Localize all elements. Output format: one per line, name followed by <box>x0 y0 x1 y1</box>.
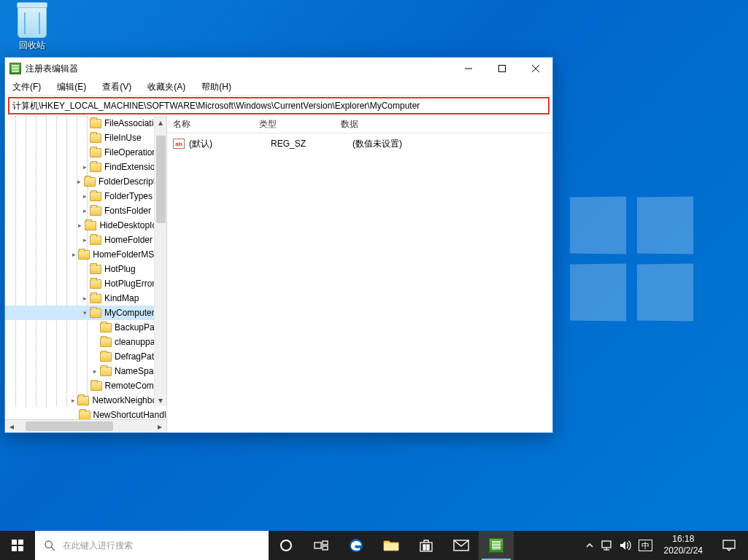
expander-icon[interactable]: ▸ <box>75 222 85 229</box>
folder-icon <box>90 236 101 245</box>
taskbar-mail[interactable] <box>444 531 479 560</box>
taskbar-search[interactable]: 在此键入进行搜索 <box>35 531 269 560</box>
folder-icon <box>90 308 101 318</box>
col-header-data[interactable]: 数据 <box>341 118 552 131</box>
scroll-thumb-vertical[interactable] <box>156 136 166 223</box>
registry-tree[interactable]: FileAssociationFileInUseFileOperation▸Fi… <box>5 116 166 419</box>
tray-ime[interactable]: 中 <box>639 540 652 551</box>
regedit-app-icon <box>9 63 21 74</box>
tree-item[interactable]: ▸FindExtensions <box>5 160 166 174</box>
tree-item[interactable]: FileInUse <box>5 131 166 145</box>
menu-view[interactable]: 查看(V) <box>99 79 134 95</box>
tree-item-label: DefragPath <box>115 351 159 362</box>
menu-edit[interactable]: 编辑(E) <box>54 79 89 95</box>
tree-item[interactable]: ▸FolderTypes <box>5 189 166 203</box>
tree-horizontal-scrollbar[interactable]: ◂ ▸ <box>5 419 166 432</box>
tree-item[interactable]: ▾MyComputer <box>5 306 166 320</box>
scroll-down-icon[interactable]: ▾ <box>155 394 167 406</box>
tree-item[interactable]: ▸HomeFolder <box>5 233 166 247</box>
expander-icon[interactable]: ▸ <box>80 295 90 302</box>
folder-icon <box>85 221 96 230</box>
scroll-up-icon[interactable]: ▴ <box>155 116 167 128</box>
folder-icon <box>90 148 101 158</box>
tray-volume[interactable] <box>620 540 631 551</box>
value-type: REG_SZ <box>271 139 352 149</box>
close-button[interactable] <box>519 58 552 79</box>
svg-rect-22 <box>602 541 611 548</box>
expander-icon[interactable]: ▸ <box>80 208 90 214</box>
list-header[interactable]: 名称 类型 数据 <box>167 116 552 133</box>
expander-icon[interactable]: ▸ <box>80 237 90 244</box>
clock-date: 2020/2/24 <box>664 545 703 557</box>
value-name: (默认) <box>189 138 271 150</box>
tree-item[interactable]: NewShortcutHandlers <box>5 408 166 419</box>
store-icon <box>419 538 433 553</box>
tree-item[interactable]: ▸FontsFolder <box>5 203 166 218</box>
folder-icon <box>90 279 101 289</box>
maximize-button[interactable] <box>485 58 519 79</box>
taskbar-file-explorer[interactable] <box>374 531 409 560</box>
svg-rect-20 <box>427 548 429 550</box>
expander-icon[interactable]: ▸ <box>74 179 84 185</box>
tree-item[interactable]: ▸KindMap <box>5 291 166 306</box>
col-header-name[interactable]: 名称 <box>173 118 259 131</box>
start-button[interactable] <box>0 531 35 560</box>
tree-item[interactable]: RemoteComputer <box>5 378 166 393</box>
scroll-right-icon[interactable]: ▸ <box>153 420 166 432</box>
string-value-icon: ab <box>173 139 185 149</box>
scroll-thumb-horizontal[interactable] <box>26 421 113 431</box>
taskbar-edge[interactable] <box>339 531 374 560</box>
tree-item-label: HotPlugErrors <box>104 279 159 289</box>
desktop-recycle-bin[interactable]: 回收站 <box>10 6 54 52</box>
tree-item[interactable]: cleanuppath <box>5 335 166 349</box>
taskbar-microsoft-store[interactable] <box>409 531 444 560</box>
value-row[interactable]: ab(默认)REG_SZ(数值未设置) <box>173 136 547 151</box>
tree-item[interactable]: ▸HideDesktopIcons <box>5 218 166 233</box>
svg-rect-11 <box>315 542 321 548</box>
expander-icon[interactable]: ▸ <box>90 368 100 375</box>
task-view-button[interactable] <box>304 531 339 560</box>
tray-overflow-button[interactable] <box>586 542 593 549</box>
taskbar: 在此键入进行搜索 中 16:18 2020/2/24 <box>0 531 748 560</box>
tree-item[interactable]: ▸FolderDescriptions <box>5 174 166 189</box>
menu-file[interactable]: 文件(F) <box>9 79 44 95</box>
expander-icon[interactable]: ▸ <box>80 193 90 200</box>
tree-item[interactable]: ▸NetworkNeighborhood <box>5 393 166 408</box>
titlebar[interactable]: 注册表编辑器 <box>5 58 552 79</box>
menu-favorites[interactable]: 收藏夹(A) <box>144 79 188 95</box>
tree-vertical-scrollbar[interactable]: ▴ ▾ <box>154 116 166 406</box>
action-center-button[interactable] <box>714 540 744 551</box>
menu-help[interactable]: 帮助(H) <box>198 79 234 95</box>
taskbar-regedit[interactable] <box>479 531 514 560</box>
tree-item-label: HotPlug <box>104 264 136 274</box>
values-list[interactable]: ab(默认)REG_SZ(数值未设置) <box>167 133 552 432</box>
expander-icon[interactable]: ▾ <box>80 310 90 316</box>
tree-item[interactable]: DefragPath <box>5 349 166 364</box>
tray-network[interactable] <box>601 540 612 551</box>
tree-item[interactable]: BackupPath <box>5 320 166 335</box>
tree-item[interactable]: ▸HomeFolderMSGraph <box>5 247 166 262</box>
scroll-left-icon[interactable]: ◂ <box>5 420 18 432</box>
cortana-button[interactable] <box>269 531 304 560</box>
tree-item[interactable]: HotPlug <box>5 262 166 276</box>
expander-icon[interactable]: ▸ <box>69 397 77 404</box>
tree-item[interactable]: HotPlugErrors <box>5 276 166 291</box>
address-bar[interactable] <box>8 97 550 114</box>
tray-clock[interactable]: 16:18 2020/2/24 <box>660 534 707 556</box>
tree-item-label: FileOperation <box>104 147 157 158</box>
value-data: (数值未设置) <box>352 138 547 150</box>
address-input[interactable] <box>12 101 545 111</box>
svg-rect-12 <box>323 541 328 545</box>
folder-icon <box>90 192 101 201</box>
expander-icon[interactable]: ▸ <box>69 252 78 258</box>
tree-item[interactable]: FileAssociation <box>5 116 166 131</box>
folder-icon <box>100 352 112 362</box>
tree-item[interactable]: FileOperation <box>5 145 166 160</box>
expander-icon[interactable]: ▸ <box>80 164 90 171</box>
tree-item[interactable]: ▸NameSpace <box>5 364 166 378</box>
svg-rect-4 <box>12 540 17 545</box>
col-header-type[interactable]: 类型 <box>259 118 341 131</box>
minimize-button[interactable] <box>452 58 485 79</box>
window-title: 注册表编辑器 <box>26 63 78 75</box>
tree-pane: FileAssociationFileInUseFileOperation▸Fi… <box>5 116 167 432</box>
